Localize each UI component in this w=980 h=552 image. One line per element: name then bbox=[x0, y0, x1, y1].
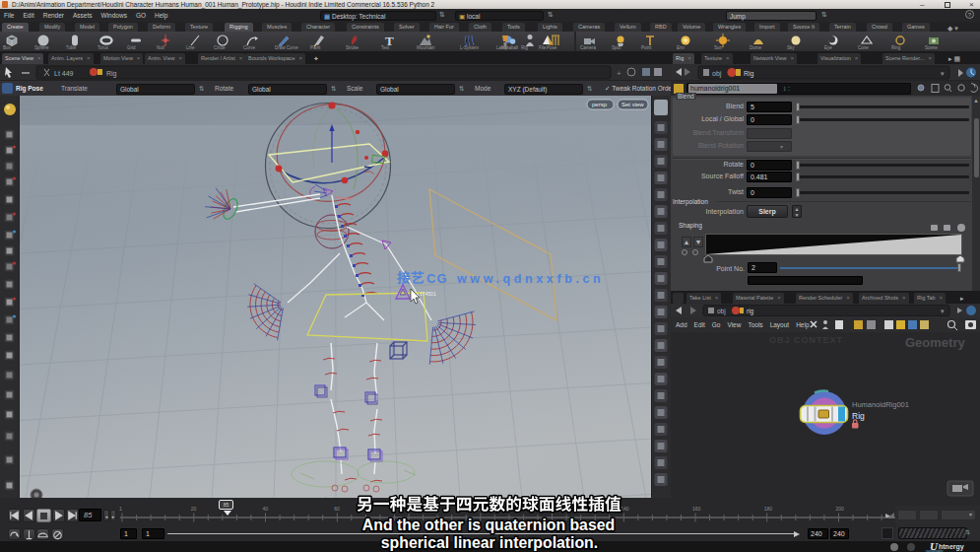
svg-text:120: 120 bbox=[550, 506, 558, 512]
svg-text:OBJ CONTEXT: OBJ CONTEXT bbox=[769, 335, 843, 345]
svg-text:obj: obj bbox=[712, 70, 722, 78]
svg-text:obj: obj bbox=[717, 308, 726, 315]
svg-text:Lt 449: Lt 449 bbox=[54, 70, 74, 77]
svg-text:60: 60 bbox=[334, 506, 340, 512]
svg-text:160: 160 bbox=[692, 506, 701, 512]
svg-text:CG: CG bbox=[426, 271, 448, 286]
svg-text:100: 100 bbox=[478, 506, 487, 512]
svg-text:▾: ▾ bbox=[941, 70, 945, 77]
svg-text:1: 1 bbox=[119, 506, 122, 512]
svg-text:Geometry: Geometry bbox=[905, 335, 965, 350]
svg-text:Rig: Rig bbox=[106, 70, 117, 78]
svg-text:persp: persp bbox=[592, 102, 608, 107]
svg-text:40: 40 bbox=[263, 506, 269, 512]
svg-text:+: + bbox=[617, 69, 621, 78]
svg-text:HumanoidRig001: HumanoidRig001 bbox=[852, 400, 909, 409]
svg-text:▾: ▾ bbox=[941, 308, 945, 314]
svg-text:174501: 174501 bbox=[420, 291, 436, 297]
svg-text:Rig: Rig bbox=[744, 70, 754, 78]
svg-text:rig: rig bbox=[747, 308, 754, 315]
svg-text:Rig: Rig bbox=[852, 411, 865, 421]
svg-text:80: 80 bbox=[406, 506, 412, 512]
svg-text:140: 140 bbox=[621, 506, 629, 512]
svg-text:180: 180 bbox=[764, 506, 773, 512]
svg-text:200: 200 bbox=[836, 506, 845, 512]
svg-text:20: 20 bbox=[191, 506, 197, 512]
svg-text:www.qdnxxfb.cn: www.qdnxxfb.cn bbox=[456, 272, 604, 286]
svg-text:sustainable: sustainable bbox=[926, 549, 944, 552]
